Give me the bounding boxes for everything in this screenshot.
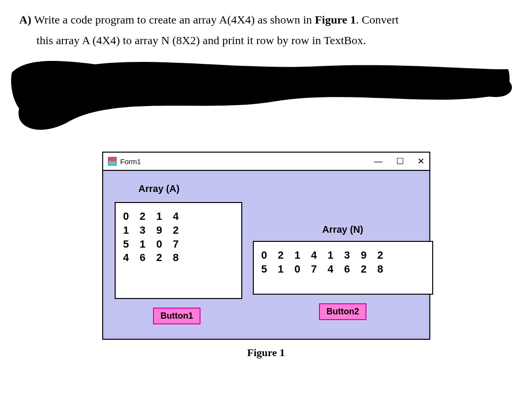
titlebar: Form1 — ☐ ✕ bbox=[103, 153, 429, 171]
textbox-array-a[interactable]: 0 2 1 4 1 3 9 2 5 1 0 7 4 6 2 8 bbox=[115, 202, 242, 299]
figure-reference: Figure 1 bbox=[315, 13, 356, 26]
maximize-icon[interactable]: ☐ bbox=[396, 157, 404, 166]
redacted-area bbox=[10, 56, 513, 137]
button-1[interactable]: Button1 bbox=[153, 308, 201, 324]
question-line2: this array A (4X4) to array N (8X2) and … bbox=[36, 30, 513, 51]
question-line1-after: . Convert bbox=[356, 13, 399, 26]
button-2[interactable]: Button2 bbox=[319, 303, 367, 320]
textbox-array-n[interactable]: 0 2 1 4 1 3 9 2 5 1 0 7 4 6 2 8 bbox=[253, 241, 433, 295]
window-title: Form1 bbox=[120, 157, 141, 166]
array-n-label: Array (N) bbox=[253, 224, 433, 235]
form-window: Form1 — ☐ ✕ Array (A) 0 2 1 4 1 3 9 2 5 … bbox=[102, 152, 430, 340]
minimize-icon[interactable]: — bbox=[374, 157, 383, 166]
array-a-label: Array (A) bbox=[139, 183, 418, 194]
close-icon[interactable]: ✕ bbox=[417, 157, 425, 166]
question-label: A) bbox=[19, 13, 31, 26]
app-icon bbox=[108, 157, 117, 166]
figure-caption: Figure 1 bbox=[247, 346, 284, 359]
client-area: Array (A) 0 2 1 4 1 3 9 2 5 1 0 7 4 6 2 … bbox=[103, 171, 429, 339]
question-text: A) Write a code program to create an arr… bbox=[19, 10, 513, 51]
question-line1-before: Write a code program to create an array … bbox=[31, 13, 315, 26]
